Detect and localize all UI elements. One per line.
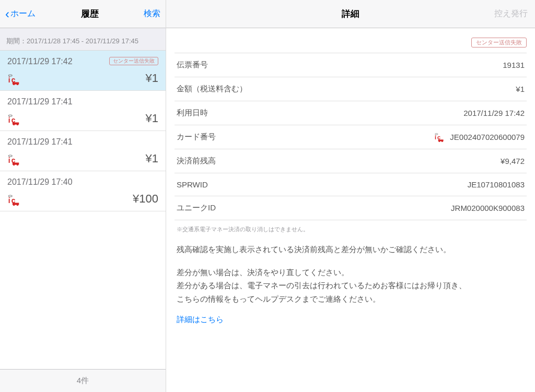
history-item-top: 2017/11/29 17:41 <box>7 97 158 106</box>
detail-label: ユニークID <box>177 203 216 213</box>
detail-label: 決済前残高 <box>177 156 216 166</box>
history-item[interactable]: 2017/11/29 17:41ic¥1 <box>0 131 166 171</box>
detail-value-text: JE10710801083 <box>468 180 525 189</box>
detail-value-text: JE002407020600079 <box>450 133 525 141</box>
detail-title: 詳細 <box>342 8 359 20</box>
detail-value: ¥1 <box>516 85 525 93</box>
detail-value: JRM020000K900083 <box>451 204 525 212</box>
history-item-amount: ¥1 <box>146 152 158 165</box>
ic-card-icon: ic <box>7 74 22 85</box>
detail-row: 利用日時2017/11/29 17:42 <box>175 101 527 125</box>
svg-text:i: i <box>8 76 10 84</box>
detail-body: センター送信失敗 伝票番号19131金額（税送料含む）¥1利用日時2017/11… <box>166 28 535 392</box>
detail-label: 金額（税送料含む） <box>177 84 247 94</box>
detail-rows: 伝票番号19131金額（税送料含む）¥1利用日時2017/11/29 17:42… <box>175 53 527 220</box>
ic-card-icon: ic <box>7 194 22 206</box>
more-details-link[interactable]: 詳細はこちら <box>175 305 226 325</box>
svg-rect-15 <box>13 163 19 165</box>
detail-label: カード番号 <box>177 132 216 142</box>
history-item-bottom: ic¥1 <box>7 112 158 125</box>
status-badge: センター送信失敗 <box>471 38 527 47</box>
ic-card-icon: ic <box>7 114 22 125</box>
detail-row: SPRWIDJE10710801083 <box>175 173 527 196</box>
back-button[interactable]: ‹ ホーム <box>5 8 36 20</box>
back-label: ホーム <box>10 8 36 19</box>
svg-rect-3 <box>13 82 19 85</box>
status-row: センター送信失敗 <box>175 28 527 53</box>
detail-value: 19131 <box>503 61 525 69</box>
svg-text:i: i <box>8 116 10 124</box>
detail-row: カード番号icJE002407020600079 <box>175 125 527 149</box>
detail-value: ¥9,472 <box>501 157 525 165</box>
history-item-date: 2017/11/29 17:40 <box>7 177 73 187</box>
history-pane: ‹ ホーム 履歴 検索 期間：2017/11/28 17:45 - 2017/1… <box>0 0 166 392</box>
detail-value: JE10710801083 <box>468 180 525 189</box>
history-item[interactable]: 2017/11/29 17:41ic¥1 <box>0 91 166 131</box>
history-item-bottom: ic¥100 <box>7 192 158 206</box>
detail-value-text: ¥9,472 <box>501 157 525 165</box>
svg-text:i: i <box>8 157 10 164</box>
detail-value-text: JRM020000K900083 <box>451 204 525 212</box>
cancel-note: ※交通系電子マネー決済の取り消しはできません。 <box>175 220 527 233</box>
history-item-bottom: ic¥1 <box>7 72 158 85</box>
detail-label: SPRWID <box>177 180 208 189</box>
detail-label: 伝票番号 <box>177 60 208 70</box>
error-badge: センター送信失敗 <box>109 57 158 65</box>
app-root: ‹ ホーム 履歴 検索 期間：2017/11/28 17:45 - 2017/1… <box>0 0 535 392</box>
detail-value: 2017/11/29 17:42 <box>463 109 525 117</box>
svg-text:i: i <box>435 134 436 140</box>
history-item-top: 2017/11/29 17:40 <box>7 177 158 187</box>
detail-value-text: ¥1 <box>516 85 525 93</box>
history-item-bottom: ic¥1 <box>7 152 158 165</box>
history-header: ‹ ホーム 履歴 検索 <box>0 0 166 28</box>
detail-header: 詳細 控え発行 <box>166 0 535 28</box>
detail-row: ユニークIDJRM020000K900083 <box>175 196 527 220</box>
ic-card-icon: ic <box>434 133 446 142</box>
svg-rect-27 <box>438 139 444 141</box>
search-button[interactable]: 検索 <box>144 8 160 19</box>
reissue-button[interactable]: 控え発行 <box>494 8 528 19</box>
chevron-left-icon: ‹ <box>5 8 9 20</box>
instruction-2: 差分が無い場合は、決済をやり直してください。差分がある場合は、電子マネーの引去は… <box>175 256 527 306</box>
detail-row: 金額（税送料含む）¥1 <box>175 77 527 101</box>
history-item-date: 2017/11/29 17:42 <box>7 57 73 66</box>
detail-value: icJE002407020600079 <box>434 133 525 142</box>
history-item-date: 2017/11/29 17:41 <box>7 97 73 106</box>
period-bar: 期間：2017/11/28 17:45 - 2017/11/29 17:45 <box>0 28 166 51</box>
detail-row: 決済前残高¥9,472 <box>175 149 527 173</box>
detail-pane: 詳細 控え発行 センター送信失敗 伝票番号19131金額（税送料含む）¥1利用日… <box>166 0 535 392</box>
detail-value-text: 19131 <box>503 61 525 69</box>
history-item-top: 2017/11/29 17:42センター送信失敗 <box>7 57 158 66</box>
history-item-amount: ¥100 <box>133 192 158 206</box>
history-item[interactable]: 2017/11/29 17:42センター送信失敗ic¥1 <box>0 51 166 91</box>
detail-label: 利用日時 <box>177 108 208 118</box>
detail-row: 伝票番号19131 <box>175 53 527 77</box>
history-item-date: 2017/11/29 17:41 <box>7 137 73 147</box>
detail-value-text: 2017/11/29 17:42 <box>463 109 525 117</box>
svg-rect-21 <box>13 203 19 205</box>
svg-rect-9 <box>13 123 19 125</box>
history-item-amount: ¥1 <box>146 112 158 125</box>
svg-text:i: i <box>8 197 10 205</box>
ic-card-icon: ic <box>7 154 22 165</box>
history-footer: 4件 <box>0 369 166 392</box>
history-list[interactable]: 2017/11/29 17:42センター送信失敗ic¥12017/11/29 1… <box>0 51 166 369</box>
instruction-1: 残高確認を実施し表示されている決済前残高と差分が無いかご確認ください。 <box>175 233 527 256</box>
history-item[interactable]: 2017/11/29 17:40ic¥100 <box>0 171 166 211</box>
history-title: 履歴 <box>81 8 99 20</box>
history-item-amount: ¥1 <box>146 72 158 85</box>
history-item-top: 2017/11/29 17:41 <box>7 137 158 147</box>
